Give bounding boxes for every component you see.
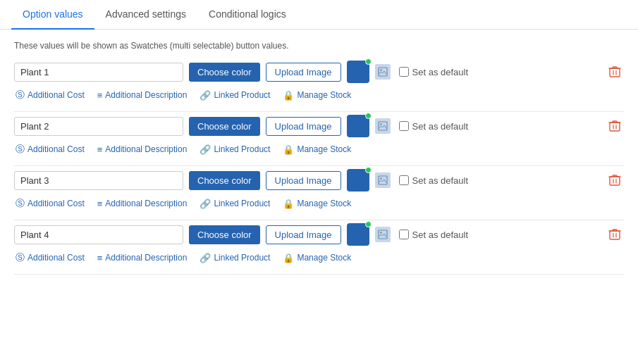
linked-product-label-3: Linked Product <box>214 199 270 208</box>
manage-stock-label-3: Manage Stock <box>297 199 351 208</box>
sub-actions-3: ⓈAdditional Cost≡Additional Description🔗… <box>14 197 624 210</box>
additional-description-link-3[interactable]: ≡Additional Description <box>97 199 188 209</box>
additional-description-label-1: Additional Description <box>105 90 187 100</box>
choose-color-button-2[interactable]: Choose color <box>189 117 260 136</box>
manage-stock-link-1[interactable]: 🔒Manage Stock <box>283 90 351 101</box>
manage-stock-icon-4: 🔒 <box>283 253 294 263</box>
additional-description-icon-4: ≡ <box>97 253 103 263</box>
option-row-3: Choose colorUpload Image Set as default <box>14 169 624 192</box>
delete-button-4[interactable] <box>606 227 624 242</box>
set-default-label-3: Set as default <box>412 175 469 186</box>
linked-product-label-2: Linked Product <box>214 144 270 154</box>
linked-product-link-3[interactable]: 🔗Linked Product <box>200 199 270 209</box>
delete-button-1[interactable] <box>606 64 624 80</box>
linked-product-link-4[interactable]: 🔗Linked Product <box>200 253 270 263</box>
linked-product-label-1: Linked Product <box>214 90 270 100</box>
additional-cost-label-4: Additional Cost <box>27 253 85 263</box>
svg-rect-20 <box>610 231 620 239</box>
additional-cost-link-4[interactable]: ⓈAdditional Cost <box>16 251 85 264</box>
choose-color-button-4[interactable]: Choose color <box>189 225 260 244</box>
set-default-wrap-4: Set as default <box>399 230 469 240</box>
set-default-wrap-1: Set as default <box>399 67 469 77</box>
delete-button-3[interactable] <box>606 172 624 188</box>
upload-image-button-2[interactable]: Upload Image <box>266 117 341 136</box>
manage-stock-icon-3: 🔒 <box>283 199 294 209</box>
tab-conditional-logics[interactable]: Conditional logics <box>197 0 297 30</box>
manage-stock-label-1: Manage Stock <box>297 90 351 100</box>
additional-description-link-1[interactable]: ≡Additional Description <box>97 90 188 101</box>
additional-cost-label-1: Additional Cost <box>27 90 85 100</box>
manage-stock-label-4: Manage Stock <box>297 253 351 263</box>
option-group-2: Choose colorUpload Image Set as default … <box>14 115 624 166</box>
additional-cost-link-2[interactable]: ⓈAdditional Cost <box>16 143 85 156</box>
choose-color-button-3[interactable]: Choose color <box>189 171 260 190</box>
additional-description-link-4[interactable]: ≡Additional Description <box>97 253 188 263</box>
svg-rect-2 <box>610 68 620 77</box>
linked-product-link-1[interactable]: 🔗Linked Product <box>200 90 270 101</box>
option-name-input-2[interactable] <box>14 117 183 136</box>
svg-point-7 <box>380 123 381 125</box>
set-default-checkbox-2[interactable] <box>399 121 409 131</box>
svg-rect-14 <box>610 177 620 185</box>
color-preview-wrap-2 <box>347 115 369 137</box>
additional-cost-icon-4: Ⓢ <box>16 251 25 264</box>
svg-rect-18 <box>379 230 387 239</box>
additional-cost-icon-1: Ⓢ <box>16 89 25 101</box>
manage-stock-link-2[interactable]: 🔒Manage Stock <box>283 144 351 155</box>
color-preview-wrap-3 <box>347 169 369 192</box>
image-placeholder-icon-2 <box>375 118 391 134</box>
svg-point-13 <box>380 177 381 179</box>
green-dot-2 <box>365 113 372 119</box>
choose-color-button-1[interactable]: Choose color <box>189 63 260 82</box>
upload-image-button-3[interactable]: Upload Image <box>266 171 341 190</box>
tabs-container: Option values Advanced settings Conditio… <box>0 0 638 30</box>
option-group-4: Choose colorUpload Image Set as default … <box>14 223 624 275</box>
manage-stock-icon-1: 🔒 <box>283 90 294 101</box>
set-default-checkbox-4[interactable] <box>399 230 409 239</box>
svg-rect-12 <box>379 176 387 184</box>
additional-description-icon-3: ≡ <box>97 199 103 209</box>
linked-product-icon-2: 🔗 <box>200 144 211 155</box>
color-preview-wrap-1 <box>347 61 369 83</box>
tab-option-values[interactable]: Option values <box>11 0 94 30</box>
option-name-input-4[interactable] <box>14 225 183 244</box>
upload-image-button-1[interactable]: Upload Image <box>266 63 341 82</box>
green-dot-1 <box>365 58 372 65</box>
svg-rect-8 <box>610 123 620 131</box>
sub-actions-1: ⓈAdditional Cost≡Additional Description🔗… <box>14 89 624 101</box>
upload-image-button-4[interactable]: Upload Image <box>266 225 341 244</box>
additional-description-icon-2: ≡ <box>97 144 103 155</box>
main-content: These values will be shown as Swatches (… <box>0 30 638 289</box>
delete-button-2[interactable] <box>606 118 624 134</box>
option-row-2: Choose colorUpload Image Set as default <box>14 115 624 137</box>
svg-rect-6 <box>379 122 387 130</box>
set-default-label-4: Set as default <box>412 230 469 240</box>
additional-cost-link-3[interactable]: ⓈAdditional Cost <box>16 197 85 210</box>
set-default-checkbox-1[interactable] <box>399 67 409 77</box>
linked-product-icon-3: 🔗 <box>200 199 211 209</box>
additional-description-link-2[interactable]: ≡Additional Description <box>97 144 188 155</box>
set-default-wrap-3: Set as default <box>399 175 469 186</box>
additional-description-label-4: Additional Description <box>105 253 187 263</box>
linked-product-link-2[interactable]: 🔗Linked Product <box>200 144 270 155</box>
option-group-3: Choose colorUpload Image Set as default … <box>14 169 624 220</box>
svg-point-1 <box>380 69 381 70</box>
set-default-label-2: Set as default <box>412 121 469 132</box>
set-default-checkbox-3[interactable] <box>399 175 409 185</box>
additional-cost-icon-2: Ⓢ <box>16 143 25 156</box>
option-name-input-3[interactable] <box>14 171 183 190</box>
additional-cost-label-2: Additional Cost <box>27 144 85 154</box>
additional-cost-link-1[interactable]: ⓈAdditional Cost <box>16 89 85 101</box>
manage-stock-link-4[interactable]: 🔒Manage Stock <box>283 253 351 263</box>
tab-advanced-settings[interactable]: Advanced settings <box>94 0 197 30</box>
set-default-label-1: Set as default <box>412 67 469 77</box>
additional-cost-label-3: Additional Cost <box>27 199 85 208</box>
option-row-1: Choose colorUpload Image Set as default <box>14 61 624 83</box>
svg-rect-0 <box>379 68 387 76</box>
option-group-1: Choose colorUpload Image Set as default … <box>14 61 624 112</box>
image-placeholder-icon-4 <box>375 227 391 242</box>
green-dot-3 <box>365 167 372 173</box>
manage-stock-link-3[interactable]: 🔒Manage Stock <box>283 199 351 209</box>
image-placeholder-icon-3 <box>375 172 391 188</box>
option-name-input-1[interactable] <box>14 63 183 82</box>
